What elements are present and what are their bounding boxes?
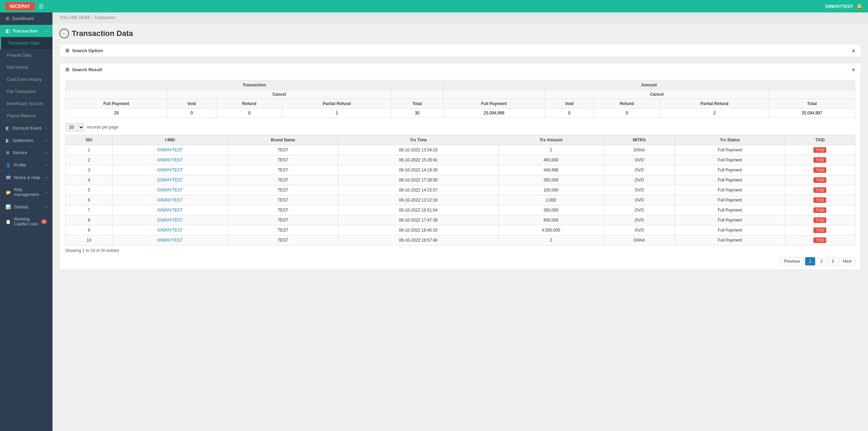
service-icon: 🖥 xyxy=(6,150,10,155)
cell-trx-status: Full Payment xyxy=(675,225,785,235)
imid-link[interactable]: IONPAYTEST xyxy=(157,228,183,233)
txid-button[interactable]: TXID xyxy=(813,167,826,173)
txid-button[interactable]: TXID xyxy=(813,187,826,193)
search-result-collapse-icon[interactable]: ∨ xyxy=(852,67,855,72)
sidebar-item-fail-transaction[interactable]: Fail Transaction xyxy=(0,86,52,98)
sidebar-item-transaction-data[interactable]: Transaction Data xyxy=(0,37,52,49)
txid-button[interactable]: TXID xyxy=(813,157,826,163)
search-option-collapse-icon[interactable]: ∧ xyxy=(852,48,855,53)
breadcrumb-you-are-here: YOU ARE HERE xyxy=(59,15,90,20)
sidebar-item-card-event-history[interactable]: Card Event History xyxy=(0,74,52,86)
imid-link[interactable]: IONPAYTEST xyxy=(157,168,183,172)
cell-no: 7 xyxy=(66,205,113,215)
col-full-payment-trx: Full Payment xyxy=(66,99,167,109)
pagination-page-2[interactable]: 2 xyxy=(817,257,827,265)
cell-trx-time: 06-10-2022 13:34:23 xyxy=(338,145,498,155)
pagination-previous[interactable]: Previous xyxy=(780,257,804,265)
s-cancel-trx: Cancel xyxy=(167,90,391,99)
sidebar-item-transaction[interactable]: ◧ Transaction ‹ xyxy=(0,25,52,37)
discount-event-icon: ◧ xyxy=(6,125,10,131)
breadcrumb-current: Transaction xyxy=(94,15,116,20)
table-row: 7 IONPAYTEST TEST 06-10-2022 16:51:04 35… xyxy=(66,205,855,215)
cell-trx-time: 06-10-2022 16:57:40 xyxy=(338,235,498,245)
search-result-header[interactable]: ⊞ Search Result ∨ xyxy=(60,63,861,76)
sidebar-item-settlement[interactable]: ◧ Settlement › xyxy=(0,134,52,147)
sidebar-label-dashboard: DashBoard xyxy=(12,16,34,21)
summary-void-trx-val: 0 xyxy=(167,109,216,118)
sidebar-label-transaction: Transaction xyxy=(12,28,38,34)
sidebar-item-profile[interactable]: 👤 Profile › xyxy=(0,159,52,171)
cell-imid: IONPAYTEST xyxy=(113,165,228,175)
back-button[interactable]: ← xyxy=(59,29,69,38)
imid-link[interactable]: IONPAYTEST xyxy=(157,158,183,162)
cell-imid: IONPAYTEST xyxy=(113,155,228,165)
profile-icon: 👤 xyxy=(6,162,11,168)
imid-link[interactable]: IONPAYTEST xyxy=(157,238,183,243)
imid-link[interactable]: IONPAYTEST xyxy=(157,198,183,203)
cell-imid: IONPAYTEST xyxy=(113,175,228,185)
cell-trx-amount: 800,000 xyxy=(498,215,604,225)
records-per-page-select[interactable]: 10 25 50 100 xyxy=(65,123,84,131)
cell-trx-amount: 100,000 xyxy=(498,185,604,195)
imid-link[interactable]: IONPAYTEST xyxy=(157,188,183,193)
sidebar-label-noti-history: Noti History xyxy=(7,65,28,70)
cell-trx-status: Full Payment xyxy=(675,205,785,215)
menu-icon[interactable]: ☰ xyxy=(39,3,44,10)
cell-trx-status: Full Payment xyxy=(675,235,785,245)
cell-brand: TEST xyxy=(228,195,338,205)
page-title: ← Transaction Data xyxy=(59,29,861,38)
txid-button[interactable]: TXID xyxy=(813,147,826,153)
cell-no: 1 xyxy=(66,145,113,155)
breadcrumb-separator: › xyxy=(91,15,94,20)
cell-brand: TEST xyxy=(228,215,338,225)
cell-trx-amount: 449,998 xyxy=(498,165,604,175)
txid-button[interactable]: TXID xyxy=(813,237,826,243)
sidebar-item-service[interactable]: 🖥 Service › xyxy=(0,147,52,159)
col-refund-trx: Refund xyxy=(216,99,282,109)
sidebar-item-working-capital[interactable]: 📋 Working Capital Loan N xyxy=(0,213,52,230)
txid-button[interactable]: TXID xyxy=(813,207,826,213)
cell-brand: TEST xyxy=(228,155,338,165)
col-trx-amount: Trx Amount xyxy=(498,135,604,145)
search-result-title: Search Result xyxy=(72,67,102,72)
dashboard-icon: ⊞ xyxy=(6,16,9,21)
sidebar-label-working-capital: Working Capital Loan xyxy=(14,217,38,226)
search-option-panel: ⊞ Search Option ∧ xyxy=(59,44,861,57)
sidebar-item-discount-event[interactable]: ◧ Discount Event › xyxy=(0,122,52,134)
chevron-profile-icon: › xyxy=(46,163,47,167)
sidebar-item-notice-help[interactable]: ☎ Notice & Help › xyxy=(0,171,52,184)
sidebar-item-statistic[interactable]: 📊 Statistic › xyxy=(0,201,52,213)
bell-icon[interactable]: 🔔 xyxy=(857,3,862,9)
content-area: ← Transaction Data ⊞ Search Option ∧ ⊞ xyxy=(52,23,868,281)
pagination-next[interactable]: Next xyxy=(839,257,855,265)
pagination-page-1[interactable]: 1 xyxy=(805,257,815,265)
sidebar-item-payout-balance[interactable]: Payout Balance xyxy=(0,110,52,122)
chevron-icon: ‹ xyxy=(46,29,47,33)
sidebar-item-preauth-data[interactable]: Preauth Data xyxy=(0,49,52,62)
table-row: 10 IONPAYTEST TEST 06-10-2022 16:57:40 2… xyxy=(66,235,855,245)
sidebar-item-beneficiary-account[interactable]: Beneficiary Account xyxy=(0,98,52,110)
summary-void-amt-val: 0 xyxy=(545,109,594,118)
col-full-payment-amt: Full Payment xyxy=(443,99,545,109)
col-brand-name: Brand Name xyxy=(228,135,338,145)
sidebar-item-risk-management[interactable]: 📁 Risk management › xyxy=(0,184,52,201)
cell-no: 9 xyxy=(66,225,113,235)
pagination-page-3[interactable]: 3 xyxy=(828,257,838,265)
txid-button[interactable]: TXID xyxy=(813,217,826,223)
imid-link[interactable]: IONPAYTEST xyxy=(157,148,183,152)
txid-button[interactable]: TXID xyxy=(813,197,826,203)
cell-mitra: DANA xyxy=(604,235,675,245)
txid-button[interactable]: TXID xyxy=(813,177,826,183)
search-option-header[interactable]: ⊞ Search Option ∧ xyxy=(60,44,861,57)
sidebar-item-dashboard[interactable]: ⊞ DashBoard xyxy=(0,12,52,25)
imid-link[interactable]: IONPAYTEST xyxy=(157,208,183,213)
sidebar-label-card-event-history: Card Event History xyxy=(7,77,42,82)
sidebar-item-noti-history[interactable]: Noti History xyxy=(0,62,52,74)
cell-brand: TEST xyxy=(228,185,338,195)
imid-link[interactable]: IONPAYTEST xyxy=(157,218,183,223)
cell-mitra: OVO xyxy=(604,175,675,185)
txid-button[interactable]: TXID xyxy=(813,227,826,233)
cell-trx-time: 06-10-2022 15:26:41 xyxy=(338,155,498,165)
imid-link[interactable]: IONPAYTEST xyxy=(157,178,183,182)
main-layout: ⊞ DashBoard ◧ Transaction ‹ Transaction … xyxy=(0,12,868,431)
